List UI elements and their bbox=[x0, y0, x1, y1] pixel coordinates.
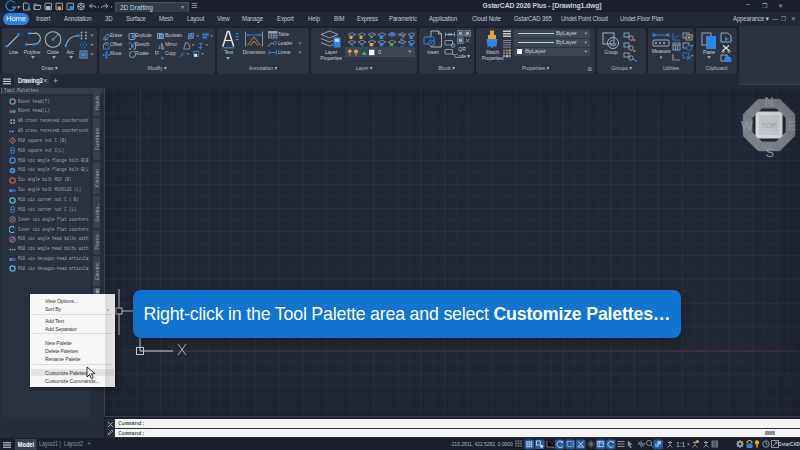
svg-text:N: N bbox=[764, 95, 773, 109]
svg-text:S: S bbox=[766, 146, 774, 160]
svg-text:E: E bbox=[788, 119, 796, 133]
svg-text:1:1: 1:1 bbox=[676, 441, 685, 448]
svg-text:TOP: TOP bbox=[761, 121, 776, 130]
svg-text:W: W bbox=[741, 119, 753, 133]
